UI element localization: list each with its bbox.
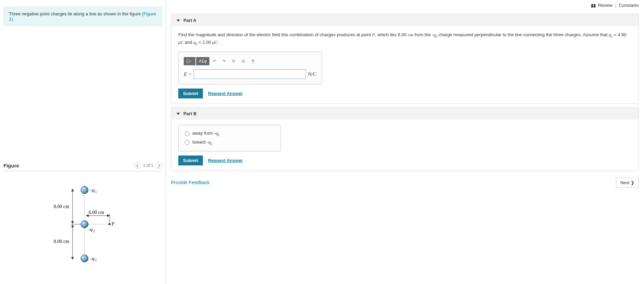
q-var: q2 <box>434 32 437 37</box>
templates-icon: √ <box>186 59 193 64</box>
equation-toolbar: √ ΑΣφ ↶ ↷ ↻ ? <box>184 57 317 65</box>
part-b-section: Part B away from -q2 toward -q2 Submit R… <box>171 107 639 171</box>
request-answer-a[interactable]: Request Answer <box>208 91 243 96</box>
figure-counter: 1 of 1 <box>143 163 153 168</box>
symbols-button[interactable]: ΑΣφ <box>196 57 209 65</box>
q-text: and <box>183 40 193 45</box>
svg-text:1: 1 <box>95 258 97 262</box>
q-var: q1 <box>609 32 613 37</box>
chevron-down-icon <box>177 19 180 22</box>
radio-away[interactable] <box>185 131 190 136</box>
svg-point-7 <box>81 186 88 194</box>
figure-nav: ❮ 1 of 1 ❯ <box>134 162 162 169</box>
svg-text:-q: -q <box>90 187 95 193</box>
svg-text:8.00 cm: 8.00 cm <box>54 239 69 244</box>
opt-var: q2 <box>216 131 219 136</box>
svg-point-9 <box>81 255 88 262</box>
answer-input[interactable] <box>194 69 306 79</box>
equals: = <box>187 71 192 77</box>
intro-text: Three negative point charges lie along a… <box>9 11 142 16</box>
option-label: away from -q2 <box>192 131 219 137</box>
provide-feedback-link[interactable]: Provide Feedback <box>171 180 210 185</box>
option-away[interactable]: away from -q2 <box>185 129 274 138</box>
svg-text:2: 2 <box>93 229 95 233</box>
svg-text:1: 1 <box>95 190 97 194</box>
help-button[interactable]: ? <box>248 57 257 65</box>
part-a-header[interactable]: Part A <box>171 14 639 26</box>
left-panel: Three negative point charges lie along a… <box>0 0 166 284</box>
q-text: Find the magnitude and direction of the … <box>178 32 372 37</box>
figure-next-button[interactable]: ❯ <box>155 162 162 169</box>
answer-unit: N/C <box>308 71 317 77</box>
svg-text:6.00 cm: 6.00 cm <box>89 210 104 215</box>
top-links: Review | Constants <box>166 0 644 11</box>
q-text: = 2.00 <box>197 40 212 45</box>
problem-intro: Three negative point charges lie along a… <box>3 7 162 26</box>
redo-button[interactable]: ↷ <box>220 57 229 65</box>
option-label: toward -q2 <box>192 139 212 146</box>
templates-button[interactable]: √ <box>184 57 195 65</box>
review-link[interactable]: Review <box>598 3 613 8</box>
submit-button-b[interactable]: Submit <box>178 155 203 165</box>
opt-var: q2 <box>208 139 212 145</box>
part-b-header[interactable]: Part B <box>171 108 639 120</box>
option-toward[interactable]: toward -q2 <box>185 138 274 147</box>
reset-button[interactable]: ↻ <box>229 57 238 65</box>
part-b-title: Part B <box>183 111 196 116</box>
next-button[interactable]: Next ❯ <box>616 178 639 188</box>
svg-text:8.00 cm: 8.00 cm <box>54 204 69 209</box>
svg-rect-27 <box>244 60 244 61</box>
svg-text:-q: -q <box>90 256 95 261</box>
q-var: q2 <box>193 40 197 45</box>
figure-prev-button[interactable]: ❮ <box>134 162 141 169</box>
undo-button[interactable]: ↶ <box>210 57 219 65</box>
q-text: . <box>217 40 219 45</box>
q-text: = 4.90 <box>613 32 626 37</box>
svg-text:-q: -q <box>88 227 93 232</box>
svg-rect-21 <box>187 60 189 63</box>
separator: | <box>615 3 616 8</box>
q-text: charge measured perpendicular to the lin… <box>437 32 609 37</box>
svg-rect-29 <box>242 62 244 62</box>
figure-title: Figure <box>3 163 19 168</box>
figure-section: Figure ❮ 1 of 1 ❯ <box>3 162 162 267</box>
answer-box: √ ΑΣφ ↶ ↷ ↻ ? E = N/C <box>178 52 322 84</box>
q-text: , which lies 6.00 <box>375 32 408 37</box>
q-text: from the - <box>413 32 434 37</box>
submit-button-a[interactable]: Submit <box>178 89 203 98</box>
q-unit: μC <box>212 40 217 45</box>
keyboard-icon <box>242 59 245 63</box>
radio-options: away from -q2 toward -q2 <box>178 125 281 151</box>
part-a-question: Find the magnitude and direction of the … <box>178 31 632 46</box>
part-a-section: Part A Find the magnitude and direction … <box>171 14 639 104</box>
svg-text:P: P <box>112 221 114 227</box>
svg-point-10 <box>108 223 111 225</box>
svg-rect-23 <box>242 60 245 63</box>
radio-toward[interactable] <box>185 140 190 145</box>
intro-suffix: . <box>13 16 14 22</box>
opt-text: away from - <box>192 131 216 136</box>
svg-text:√: √ <box>190 60 191 63</box>
figure-diagram: -q1 -q2 -q1 P 8.00 cm 8.00 cm 6.00 cm <box>43 178 122 267</box>
svg-point-8 <box>81 220 88 228</box>
svg-rect-28 <box>244 60 245 61</box>
q-var: P <box>372 32 375 37</box>
opt-text: toward - <box>192 139 208 145</box>
request-answer-b[interactable]: Request Answer <box>208 158 243 163</box>
chevron-down-icon <box>177 113 180 115</box>
feedback-row: Provide Feedback Next ❯ <box>166 174 644 193</box>
q-unit: μC <box>178 40 183 45</box>
svg-rect-24 <box>242 60 242 61</box>
constants-link[interactable]: Constants <box>619 3 639 8</box>
answer-var: E <box>184 71 187 77</box>
q-unit: cm <box>408 32 413 37</box>
right-panel: Review | Constants Part A Find the magni… <box>166 0 644 284</box>
svg-rect-26 <box>243 60 244 61</box>
part-a-title: Part A <box>183 18 196 23</box>
keyboard-button[interactable] <box>239 57 248 65</box>
svg-rect-25 <box>243 60 243 61</box>
flag-icon <box>591 4 595 8</box>
